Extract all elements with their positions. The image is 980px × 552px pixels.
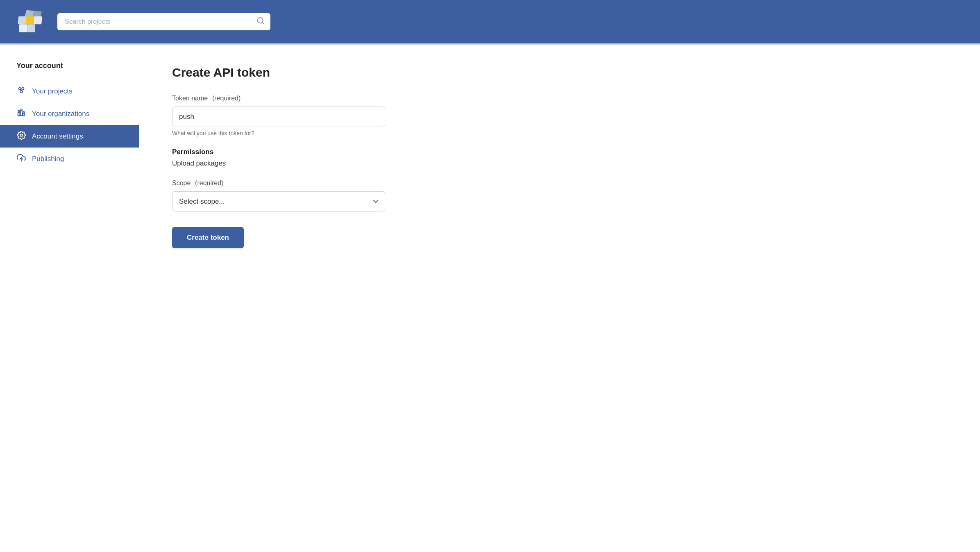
- svg-rect-3: [26, 16, 34, 24]
- scope-label: Scope (required): [172, 179, 947, 187]
- projects-icon: [16, 86, 26, 97]
- svg-rect-4: [34, 16, 42, 24]
- main-layout: Your account Your projects: [0, 45, 980, 552]
- svg-rect-6: [27, 24, 35, 32]
- publishing-icon: [16, 153, 26, 164]
- svg-rect-5: [19, 24, 27, 32]
- organizations-icon: [16, 108, 26, 119]
- token-name-group: Token name (required) What will you use …: [172, 94, 947, 136]
- header: [0, 0, 980, 43]
- svg-point-20: [23, 111, 25, 113]
- svg-point-18: [18, 111, 20, 112]
- token-name-required: (required): [212, 95, 240, 102]
- sidebar: Your account Your projects: [0, 45, 139, 552]
- sidebar-item-your-projects[interactable]: Your projects: [0, 80, 139, 102]
- create-token-button[interactable]: Create token: [172, 227, 244, 248]
- search-input[interactable]: [57, 13, 270, 30]
- svg-rect-14: [18, 112, 20, 116]
- search-icon: [256, 17, 265, 25]
- scope-select[interactable]: Select scope... All projects Specific pr…: [172, 191, 385, 211]
- svg-point-19: [20, 109, 22, 111]
- sidebar-item-account-settings[interactable]: Account settings: [0, 125, 139, 148]
- scope-required: (required): [195, 179, 223, 186]
- search-button[interactable]: [256, 17, 265, 27]
- logo[interactable]: [16, 7, 45, 36]
- page-title: Create API token: [172, 66, 947, 80]
- sidebar-label-your-organizations: Your organizations: [32, 110, 89, 118]
- token-name-label: Token name (required): [172, 94, 947, 102]
- svg-rect-2: [18, 16, 26, 24]
- token-name-input[interactable]: [172, 107, 385, 127]
- svg-line-8: [262, 22, 264, 24]
- sidebar-label-publishing: Publishing: [32, 155, 64, 163]
- sidebar-heading: Your account: [0, 61, 139, 80]
- token-name-hint: What will you use this token for?: [172, 130, 947, 136]
- main-content: Create API token Token name (required) W…: [139, 45, 980, 552]
- svg-rect-15: [20, 111, 23, 116]
- svg-line-13: [21, 90, 23, 91]
- scope-group: Scope (required) Select scope... All pro…: [172, 179, 947, 211]
- sidebar-item-your-organizations[interactable]: Your organizations: [0, 102, 139, 125]
- svg-point-21: [20, 134, 23, 136]
- sidebar-label-your-projects: Your projects: [32, 87, 73, 95]
- permissions-section: Permissions Upload packages: [172, 148, 947, 168]
- settings-icon: [16, 131, 26, 142]
- sidebar-label-account-settings: Account settings: [32, 132, 83, 141]
- sidebar-nav: Your projects Your organizations: [0, 80, 139, 170]
- permissions-title: Permissions: [172, 148, 947, 156]
- sidebar-item-publishing[interactable]: Publishing: [0, 148, 139, 170]
- permissions-value: Upload packages: [172, 159, 947, 168]
- search-bar: [57, 13, 270, 30]
